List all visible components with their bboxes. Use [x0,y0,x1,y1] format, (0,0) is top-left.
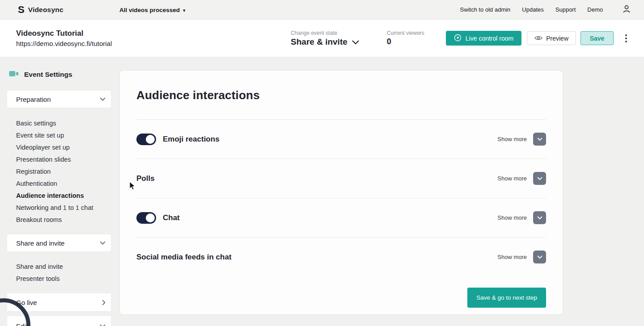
show-more-label[interactable]: Show more [497,214,527,221]
sidebar-item-presentation-slides[interactable]: Presentation slides [7,153,111,165]
preparation-label: Preparation [16,96,51,103]
page-title: Audience interactions [136,71,546,102]
link-demo[interactable]: Demo [587,6,603,13]
sidebar-section-share-and-invite[interactable]: Share and invite [7,234,111,251]
feature-row-emoji-reactions: Emoji reactions Show more [136,120,546,159]
save-button[interactable]: Save [580,31,614,45]
sidebar-item-networking-1to1-chat[interactable]: Networking and 1 to 1 chat [7,201,111,213]
feature-label: Social media feeds in chat [136,253,232,262]
chevron-down-icon [537,214,542,221]
user-account-button[interactable] [622,4,631,15]
feature-label: Chat [163,213,180,222]
show-more-chevron-button[interactable] [533,133,546,146]
feature-row-polls: Polls Show more [136,159,546,198]
live-control-room-label: Live control room [466,35,513,42]
card-title-block: Audience interactions [136,71,546,120]
current-viewers-count: 0 [387,37,424,46]
event-identity: Videosync Tutorial https://demo.videosyn… [16,29,112,47]
event-url[interactable]: https://demo.videosync.fi/tutorial [16,40,112,47]
sidebar-item-share-and-invite[interactable]: Share and invite [7,260,111,272]
emoji-reactions-toggle[interactable] [136,134,156,145]
row-actions: Show more [497,251,546,263]
event-state-block: Change event state Share & invite [291,30,359,47]
chevron-down-icon [537,175,542,182]
videos-status-dropdown[interactable]: All videos processed ▾ [119,0,186,20]
event-header: Videosync Tutorial https://demo.videosyn… [0,20,644,57]
chevron-right-icon [102,300,106,305]
brand-home-link[interactable]: S Videosync [18,5,64,15]
save-and-next-step-button[interactable]: Save & go to next step [467,288,546,308]
show-more-label[interactable]: Show more [497,175,527,182]
brand-name: Videosync [28,6,64,14]
chevron-down-icon [537,254,542,260]
row-actions: Show more [497,133,546,146]
videos-status-label: All videos processed [119,7,180,13]
toggle-knob [146,213,155,222]
share-and-invite-label: Share and invite [16,239,64,247]
preview-button[interactable]: Preview [527,31,576,45]
chat-toggle[interactable] [136,212,156,224]
link-updates[interactable]: Updates [522,6,543,13]
current-viewers-label: Current viewers [387,30,424,36]
user-icon [622,4,631,15]
sidebar-item-videoplayer-set-up[interactable]: Videoplayer set up [7,141,111,153]
kebab-menu-icon[interactable] [623,33,629,44]
share-invite-items: Share and invite Presenter tools [7,260,111,284]
show-more-chevron-button[interactable] [533,251,546,263]
show-more-chevron-button[interactable] [533,172,546,185]
chevron-down-icon [352,37,359,47]
sidebar-item-registration[interactable]: Registration [7,165,111,177]
live-control-room-button[interactable]: Live control room [446,31,521,46]
chevron-down-icon [100,324,106,326]
sidebar-item-event-site-set-up[interactable]: Event site set up [7,129,111,141]
content-area: Event Settings Preparation Basic setting… [0,57,644,326]
feature-label: Emoji reactions [163,135,220,144]
sidebar-section-preparation[interactable]: Preparation [7,91,111,108]
event-state-dropdown[interactable]: Share & invite [291,37,359,47]
event-header-actions: Change event state Share & invite Curren… [291,30,629,47]
eye-icon [534,35,542,42]
event-settings-header: Event Settings [9,70,72,79]
event-state-value: Share & invite [291,37,347,47]
show-more-label[interactable]: Show more [497,136,527,142]
sidebar: Event Settings Preparation Basic setting… [7,57,111,326]
event-title: Videosync Tutorial [16,29,112,38]
show-more-chevron-button[interactable] [533,211,546,224]
row-actions: Show more [497,211,546,224]
feature-row-social-media-feeds: Social media feeds in chat Show more [136,238,546,276]
preview-label: Preview [546,35,568,42]
row-actions: Show more [497,172,546,185]
link-support[interactable]: Support [555,6,576,13]
sidebar-item-authentication[interactable]: Authentication [7,177,111,189]
topbar: S Videosync All videos processed ▾ Switc… [0,0,644,20]
card-footer: Save & go to next step [136,276,546,314]
sidebar-item-basic-settings[interactable]: Basic settings [7,117,111,129]
videosync-logo-icon: S [18,5,25,15]
current-viewers-block: Current viewers 0 [387,30,424,46]
play-circle-icon [454,34,462,43]
feature-row-chat: Chat Show more [136,198,546,238]
sidebar-item-audience-interactions[interactable]: Audience interactions [7,189,111,201]
event-settings-title: Event Settings [24,71,72,79]
chevron-down-icon [537,136,542,142]
topnav: Switch to old admin Updates Support Demo [460,4,631,15]
videosync-admin-screen: S Videosync All videos processed ▾ Switc… [0,0,644,326]
chevron-down-icon [100,241,106,245]
sidebar-item-presenter-tools[interactable]: Presenter tools [7,272,111,284]
event-state-label: Change event state [291,30,359,36]
chevron-down-icon [100,97,106,101]
link-switch-to-old-admin[interactable]: Switch to old admin [460,6,511,13]
sidebar-item-breakout-rooms[interactable]: Breakout rooms [7,213,111,226]
feature-label: Polls [136,174,155,183]
audience-interactions-card: Audience interactions Emoji reactions Sh… [119,70,563,315]
video-camera-icon [9,70,19,79]
preparation-items: Basic settings Event site set up Videopl… [7,117,111,226]
show-more-label[interactable]: Show more [497,254,527,260]
toggle-knob [146,135,155,144]
dropdown-caret-icon: ▾ [183,8,186,13]
